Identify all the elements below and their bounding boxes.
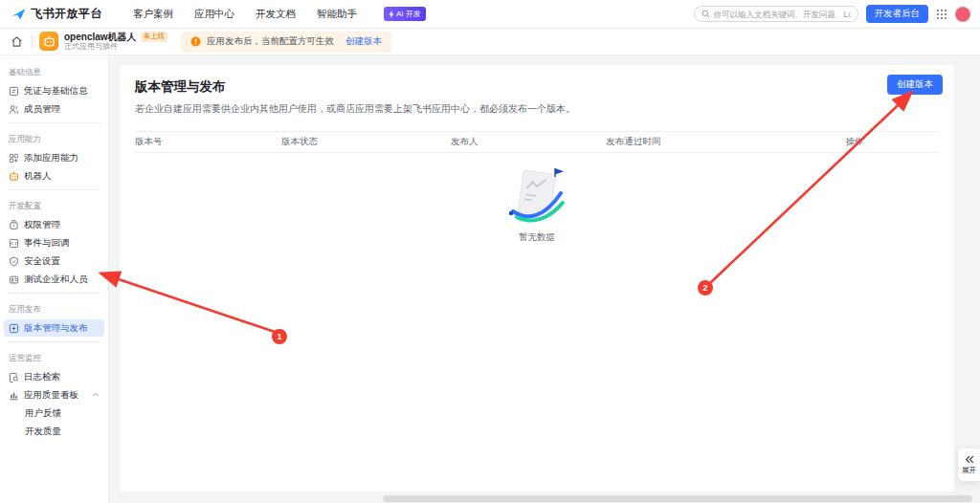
credentials-icon bbox=[9, 86, 19, 97]
brand[interactable]: 飞书开放平台 bbox=[11, 6, 102, 22]
top-navigation-bar: 飞书开放平台 客户案例 应用中心 开发文档 智能助手 AI 开发 开发者后台 bbox=[0, 0, 980, 29]
brand-name: 飞书开放平台 bbox=[31, 6, 102, 22]
home-icon[interactable] bbox=[8, 33, 25, 51]
app-switcher[interactable]: openclaw机器人 未上线 正式应用与插件 bbox=[39, 32, 167, 52]
sidebar-section-basic-info: 基础信息 bbox=[0, 61, 108, 82]
sidebar-section-app-release: 应用发布 bbox=[0, 298, 108, 319]
sidebar: 基础信息 凭证与基础信息 成员管理 应用能力 添加应用能力 机器人 开发配置 权… bbox=[0, 55, 109, 503]
sidebar-item-test-org[interactable]: 测试企业和人员 bbox=[4, 271, 104, 288]
main-content: 版本管理与发布 若企业自建应用需要供企业内其他用户使用，或商店应用需要上架飞书应… bbox=[110, 55, 980, 503]
feishu-logo-icon bbox=[11, 7, 26, 21]
page-description: 若企业自建应用需要供企业内其他用户使用，或商店应用需要上架飞书应用中心，都必须发… bbox=[135, 102, 939, 116]
publish-warning-banner: 应用发布后，当前配置方可生效 创建版本 bbox=[181, 32, 391, 53]
search-input[interactable] bbox=[714, 10, 851, 19]
sidebar-item-security[interactable]: 安全设置 bbox=[4, 252, 104, 270]
nav-link-dev-docs[interactable]: 开发文档 bbox=[256, 8, 296, 21]
app-subtitle: 正式应用与插件 bbox=[64, 43, 167, 52]
warning-icon bbox=[190, 36, 201, 47]
empty-state: 暂无数据 bbox=[135, 166, 939, 244]
sidebar-item-user-feedback[interactable]: 用户反馈 bbox=[4, 405, 104, 422]
lightning-icon bbox=[389, 11, 394, 18]
chevron-up-icon[interactable] bbox=[92, 391, 100, 399]
app-status-badge: 未上线 bbox=[141, 32, 168, 41]
add-capability-icon bbox=[9, 153, 19, 164]
sidebar-item-robot[interactable]: 机器人 bbox=[4, 167, 104, 185]
divider bbox=[8, 122, 100, 123]
app-context-bar: openclaw机器人 未上线 正式应用与插件 应用发布后，当前配置方可生效 创… bbox=[0, 29, 980, 55]
shield-icon bbox=[9, 256, 19, 267]
column-publisher: 发布人 bbox=[451, 136, 606, 148]
version-release-icon bbox=[9, 323, 19, 334]
sidebar-item-dev-quality[interactable]: 开发质量 bbox=[4, 423, 104, 440]
sidebar-section-ops-monitoring: 运营监控 bbox=[0, 347, 108, 368]
column-version-number: 版本号 bbox=[135, 136, 281, 148]
developer-console-button[interactable]: 开发者后台 bbox=[866, 5, 929, 23]
nav-link-app-center[interactable]: 应用中心 bbox=[194, 8, 234, 21]
sidebar-section-capabilities: 应用能力 bbox=[0, 128, 108, 149]
empty-state-illustration bbox=[505, 166, 568, 226]
column-version-status: 版本状态 bbox=[281, 136, 451, 148]
page-title: 版本管理与发布 bbox=[135, 78, 939, 96]
sidebar-item-add-capability[interactable]: 添加应用能力 bbox=[4, 149, 104, 166]
quality-board-icon bbox=[9, 390, 19, 401]
nav-link-customer-cases[interactable]: 客户案例 bbox=[133, 8, 173, 21]
robot-icon bbox=[9, 171, 19, 182]
members-icon bbox=[9, 104, 19, 115]
sidebar-item-members[interactable]: 成员管理 bbox=[4, 100, 104, 118]
version-management-card: 版本管理与发布 若企业自建应用需要供企业内其他用户使用，或商店应用需要上架飞书应… bbox=[120, 65, 954, 492]
expand-label: 展开 bbox=[962, 466, 976, 475]
create-version-button[interactable]: 创建版本 bbox=[887, 75, 943, 95]
sidebar-section-dev-config: 开发配置 bbox=[0, 195, 108, 216]
double-chevron-left-icon bbox=[965, 455, 974, 464]
horizontal-scrollbar[interactable] bbox=[383, 495, 972, 502]
global-search[interactable] bbox=[694, 6, 858, 22]
column-publish-time: 发布通过时间 bbox=[606, 136, 845, 148]
events-icon bbox=[9, 238, 19, 249]
test-org-icon bbox=[9, 274, 19, 285]
log-search-icon bbox=[9, 372, 19, 383]
nav-link-ai-assistant[interactable]: 智能助手 bbox=[317, 8, 357, 21]
sidebar-item-quality-board[interactable]: 应用质量看板 bbox=[4, 386, 104, 404]
empty-state-text: 暂无数据 bbox=[519, 231, 555, 244]
divider bbox=[8, 341, 100, 342]
user-avatar[interactable] bbox=[955, 7, 970, 22]
search-icon bbox=[702, 10, 710, 18]
primary-nav: 客户案例 应用中心 开发文档 智能助手 AI 开发 bbox=[133, 7, 405, 21]
banner-create-version-link[interactable]: 创建版本 bbox=[345, 35, 382, 48]
sidebar-item-credentials[interactable]: 凭证与基础信息 bbox=[4, 82, 104, 99]
sidebar-item-permissions[interactable]: 权限管理 bbox=[4, 216, 104, 233]
permissions-icon bbox=[9, 220, 19, 230]
sidebar-item-events-callbacks[interactable]: 事件与回调 bbox=[4, 234, 104, 252]
table-header-row: 版本号 版本状态 发布人 发布通过时间 操作 bbox=[135, 131, 939, 153]
divider bbox=[32, 34, 33, 49]
sidebar-item-version-management[interactable]: 版本管理与发布 bbox=[4, 319, 104, 337]
warning-text: 应用发布后，当前配置方可生效 bbox=[207, 35, 334, 48]
expand-panel-button[interactable]: 展开 bbox=[958, 448, 980, 481]
sidebar-item-log-search[interactable]: 日志检索 bbox=[4, 368, 104, 385]
apps-grid-icon[interactable] bbox=[936, 9, 947, 20]
app-icon bbox=[39, 32, 58, 51]
app-name: openclaw机器人 bbox=[64, 32, 137, 42]
divider bbox=[8, 293, 100, 294]
divider bbox=[8, 189, 100, 190]
column-actions: 操作 bbox=[846, 136, 939, 148]
ai-dev-badge[interactable]: AI 开发 bbox=[384, 7, 426, 21]
